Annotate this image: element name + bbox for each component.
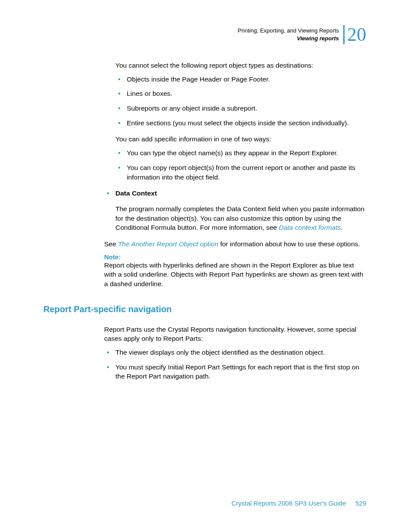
list-item: Objects inside the Page Header or Page F… bbox=[115, 75, 366, 84]
note-body: Report objects with hyperlinks defined a… bbox=[104, 261, 366, 289]
section-intro: Report Parts use the Crystal Reports nav… bbox=[104, 325, 366, 343]
see-also: See The Another Report Object option for… bbox=[104, 239, 366, 249]
list-item: Entire sections (you must select the obj… bbox=[115, 118, 366, 128]
data-context-post: . bbox=[341, 224, 343, 231]
breadcrumb: Printing, Exporting, and Viewing Reports bbox=[238, 27, 339, 35]
list-item: You must specify Initial Report Part Set… bbox=[104, 362, 366, 381]
list-item: The viewer displays only the object iden… bbox=[104, 348, 366, 357]
header-text: Printing, Exporting, and Viewing Reports… bbox=[238, 27, 339, 42]
data-context-list: Data Context The program normally comple… bbox=[104, 189, 366, 232]
see-also-post: for information about how to use these o… bbox=[218, 240, 360, 248]
ways-intro: You can add specific information in one … bbox=[115, 134, 366, 144]
page: Printing, Exporting, and Viewing Reports… bbox=[0, 0, 414, 532]
header-section: Viewing reports bbox=[238, 35, 339, 42]
page-footer: Crystal Reports 2008 SP3 User's Guide 52… bbox=[0, 499, 414, 507]
data-context-item: Data Context The program normally comple… bbox=[104, 189, 366, 232]
list-item: Subreports or any object inside a subrep… bbox=[115, 104, 366, 113]
data-context-link[interactable]: Data context formats bbox=[279, 224, 341, 231]
chapter-number: 20 bbox=[343, 25, 366, 44]
footer-title: Crystal Reports 2008 SP3 User's Guide bbox=[231, 499, 346, 507]
see-also-pre: See bbox=[104, 240, 118, 248]
restrictions-list: Objects inside the Page Header or Page F… bbox=[115, 75, 366, 128]
section-bullets: The viewer displays only the object iden… bbox=[104, 348, 366, 381]
data-context-label: Data Context bbox=[115, 189, 157, 197]
section-heading: Report Part-specific navigation bbox=[43, 304, 366, 314]
data-context-body: The program normally completes the Data … bbox=[115, 204, 366, 232]
see-also-link[interactable]: The Another Report Object option bbox=[118, 240, 218, 248]
list-item: You can copy report object(s) from the c… bbox=[115, 163, 366, 182]
list-item: You can type the object name(s) as they … bbox=[115, 148, 366, 158]
footer-page-number: 529 bbox=[355, 499, 366, 507]
indented-content: You cannot select the following report o… bbox=[115, 61, 366, 182]
ways-list: You can type the object name(s) as they … bbox=[115, 148, 366, 182]
note-label: Note: bbox=[104, 253, 366, 261]
page-content: You cannot select the following report o… bbox=[104, 61, 366, 388]
restrictions-intro: You cannot select the following report o… bbox=[115, 61, 366, 70]
list-item: Lines or boxes. bbox=[115, 89, 366, 98]
page-header: Printing, Exporting, and Viewing Reports… bbox=[238, 25, 366, 44]
